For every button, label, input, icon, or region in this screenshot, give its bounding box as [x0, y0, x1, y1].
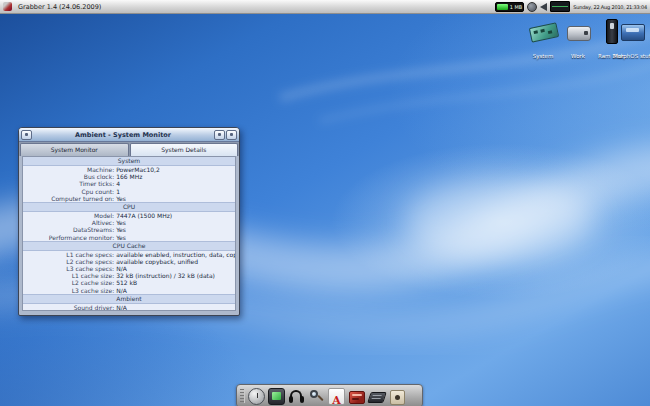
- menubar: Grabber 1.4 (24.06.2009) 1 MB Sunday, 22…: [0, 0, 650, 14]
- gauge-needle: [257, 393, 258, 398]
- window-titlebar[interactable]: Ambient - System Monitor: [19, 128, 239, 142]
- section-rows: Sound driver: N/A: [23, 304, 235, 311]
- info-value: Yes: [116, 234, 235, 241]
- info-section: CPU Cache L1 cache specs: available enab…: [23, 241, 235, 294]
- info-row: Altivec: Yes: [23, 219, 235, 226]
- close-gadget-icon[interactable]: [21, 130, 32, 140]
- magnifier-icon[interactable]: [308, 388, 325, 405]
- desktop-icon-morphos-stuff[interactable]: MorphOS stuff: [613, 19, 650, 62]
- info-label: L2 cache specs:: [23, 258, 116, 265]
- info-label: Bus clock:: [23, 173, 116, 180]
- info-row: Machine: PowerMac10,2: [23, 166, 235, 173]
- info-label: Sound driver:: [23, 304, 116, 311]
- info-value: 4: [116, 180, 235, 187]
- info-row: Bus clock: 166 MHz: [23, 173, 235, 180]
- tab-system-details[interactable]: System Details: [130, 143, 239, 156]
- info-row: L3 cache specs: N/A: [23, 265, 235, 272]
- gauge-icon[interactable]: [248, 388, 265, 405]
- desktop-icon-label: Work: [571, 53, 585, 59]
- gear-icon[interactable]: [527, 2, 537, 12]
- info-label: Altivec:: [23, 219, 116, 226]
- info-value: available copyback, unified: [116, 258, 235, 265]
- info-row: L2 cache size: 512 kB: [23, 279, 235, 286]
- info-row: Performance monitor: Yes: [23, 234, 235, 241]
- section-header: CPU: [23, 202, 235, 212]
- iconify-gadget-icon[interactable]: [214, 130, 225, 140]
- info-value: Yes: [116, 195, 235, 202]
- info-row: L1 cache size: 32 kB (instruction) / 32 …: [23, 272, 235, 279]
- info-row: Sound driver: N/A: [23, 304, 235, 311]
- red-boxes-icon[interactable]: [348, 388, 365, 405]
- info-label: Computer turned on:: [23, 195, 116, 202]
- desktop-wallpaper[interactable]: System Work Ram Disk MorphOS stuff Ambie…: [0, 13, 650, 406]
- info-value: Yes: [116, 226, 235, 233]
- info-value: 7447A (1500 MHz): [116, 212, 235, 219]
- info-label: Cpu count:: [23, 188, 116, 195]
- cpu-monitor-widget[interactable]: [550, 1, 570, 12]
- desktop-icon-label: System: [533, 53, 554, 59]
- app-menu-icon[interactable]: [3, 2, 12, 11]
- info-value: PowerMac10,2: [116, 166, 235, 173]
- info-value: 1: [116, 188, 235, 195]
- window-content: System Machine: PowerMac10,2 Bus clock: …: [22, 156, 236, 311]
- info-value: available enabled, instruction, data, co…: [116, 251, 235, 258]
- tab-system-monitor[interactable]: System Monitor: [20, 143, 129, 156]
- info-row: L1 cache specs: available enabled, instr…: [23, 251, 235, 258]
- memory-meter[interactable]: 1 MB: [495, 2, 524, 12]
- monitor-icon[interactable]: [268, 388, 285, 405]
- info-label: L1 cache specs:: [23, 251, 116, 258]
- info-row: Computer turned on: Yes: [23, 195, 235, 202]
- info-label: Machine:: [23, 166, 116, 173]
- keyboard-icon[interactable]: [368, 388, 385, 405]
- speaker-icon[interactable]: [540, 3, 547, 11]
- section-header: System: [23, 157, 235, 166]
- circuit-board-icon: [524, 19, 562, 43]
- info-section: System Machine: PowerMac10,2 Bus clock: …: [23, 157, 235, 202]
- blue-box-icon: [613, 19, 650, 43]
- info-row: L3 cache size: N/A: [23, 287, 235, 294]
- section-header: Ambient: [23, 294, 235, 304]
- depth-gadget-icon[interactable]: [226, 130, 237, 140]
- info-label: L1 cache size:: [23, 272, 116, 279]
- info-label: Timer ticks:: [23, 180, 116, 187]
- info-label: L3 cache specs:: [23, 265, 116, 272]
- info-value: 166 MHz: [116, 173, 235, 180]
- info-label: Performance monitor:: [23, 234, 116, 241]
- info-section: CPU Model: 7447A (1500 MHz) Altivec: Yes…: [23, 202, 235, 241]
- desktop-icon-system[interactable]: System: [524, 19, 562, 62]
- system-monitor-window: Ambient - System Monitor System Monitor …: [18, 127, 240, 316]
- window-tabs: System Monitor System Details: [19, 142, 239, 156]
- window-title: Ambient - System Monitor: [32, 131, 214, 139]
- info-value: N/A: [116, 287, 235, 294]
- memory-meter-label: 1 MB: [510, 3, 523, 11]
- window-right-gadgets: [214, 130, 237, 140]
- dock: A: [236, 384, 423, 406]
- menubar-app-title: Grabber 1.4 (24.06.2009): [18, 3, 101, 11]
- info-label: L3 cache size:: [23, 287, 116, 294]
- menubar-clock: Sunday, 22 Aug 2010, 21:33:04: [573, 4, 647, 10]
- info-label: DataStreams:: [23, 226, 116, 233]
- pdf-reader-icon[interactable]: A: [328, 388, 345, 405]
- dock-handle[interactable]: [240, 389, 245, 403]
- info-value: Yes: [116, 219, 235, 226]
- info-row: L2 cache specs: available copyback, unif…: [23, 258, 235, 265]
- info-label: Model:: [23, 212, 116, 219]
- pdf-letter: A: [332, 394, 341, 406]
- monitor-screen: [272, 392, 281, 400]
- info-row: Cpu count: 1: [23, 188, 235, 195]
- section-rows: Model: 7447A (1500 MHz) Altivec: Yes Dat…: [23, 212, 235, 241]
- info-value: 512 kB: [116, 279, 235, 286]
- memory-meter-fill: [497, 4, 508, 10]
- info-row: Timer ticks: 4: [23, 180, 235, 187]
- desktop-icon-label: MorphOS stuff: [613, 53, 650, 59]
- info-label: L2 cache size:: [23, 279, 116, 286]
- info-row: Model: 7447A (1500 MHz): [23, 212, 235, 219]
- info-row: DataStreams: Yes: [23, 226, 235, 233]
- section-header: CPU Cache: [23, 241, 235, 251]
- amplifier-icon[interactable]: [388, 388, 405, 405]
- info-value: N/A: [116, 304, 235, 311]
- headphones-icon[interactable]: [288, 388, 305, 405]
- info-value: 32 kB (instruction) / 32 kB (data): [116, 272, 235, 279]
- info-section: Ambient Sound driver: N/A: [23, 294, 235, 311]
- menubar-tray: 1 MB Sunday, 22 Aug 2010, 21:33:04: [495, 1, 650, 12]
